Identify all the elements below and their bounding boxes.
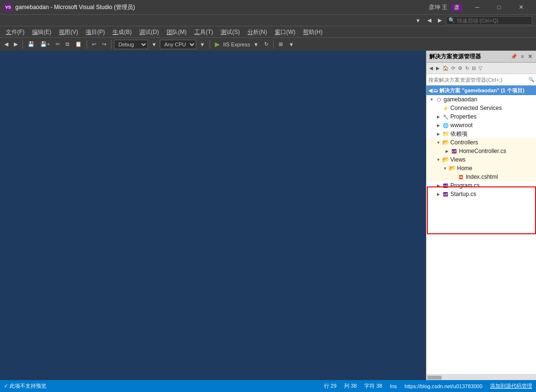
tb-undo[interactable]: ↩: [89, 39, 99, 50]
status-ins: Ins: [390, 383, 397, 389]
tb-fwd[interactable]: ▶: [11, 39, 20, 50]
config-dropdown[interactable]: ▼: [149, 39, 159, 50]
tb-sep4: [210, 40, 210, 49]
tree-item-connected[interactable]: ⚡ Connected Services: [426, 104, 536, 112]
menu-window[interactable]: 窗口(W): [271, 26, 299, 38]
tree-item-index[interactable]: H Index.cshtml: [426, 173, 536, 181]
solution-header-row[interactable]: ◀ 🗂 解决方案 "gamebaodan" (1 个项目): [426, 86, 536, 95]
menu-build[interactable]: 生成(B): [109, 26, 135, 38]
menu-bar: 文件(F) 编辑(E) 视图(V) 项目(P) 生成(B) 调试(D) 团队(M…: [0, 26, 536, 37]
panel-search-bar[interactable]: 🔍: [426, 74, 536, 86]
tb-saveall[interactable]: 💾+: [38, 39, 52, 50]
panel-tb-home[interactable]: 🏠: [442, 65, 449, 71]
status-right: 行 29 列 38 字符 38 Ins https://blog.csdn.ne…: [324, 382, 532, 390]
panel-settings-button[interactable]: ≡: [520, 53, 525, 60]
tree-item-startup[interactable]: ▶ c# Startup.cs: [426, 190, 536, 198]
maximize-button[interactable]: □: [488, 0, 510, 14]
panel-close-button[interactable]: ✕: [527, 53, 533, 60]
tree-item-wwwroot[interactable]: ▶ 🌐 wwwroot: [426, 121, 536, 130]
quick-launch-area: ▼ ◀ ▶ 🔍: [413, 15, 532, 26]
config-select[interactable]: Debug Release: [114, 40, 148, 49]
tree-item-project[interactable]: ▼ ⬡ gamebaodan: [426, 95, 536, 104]
run-button[interactable]: ▶: [212, 39, 222, 50]
tb-extra2[interactable]: ▼: [286, 39, 296, 50]
panel-tb-settings[interactable]: ⚙: [457, 65, 463, 71]
wwwroot-label: wwwroot: [450, 122, 473, 129]
title-bar-user-area: 彦坤 王 彦: [429, 3, 462, 11]
minimize-button[interactable]: ─: [466, 0, 488, 14]
menu-analyze[interactable]: 分析(N): [244, 26, 271, 38]
panel-tb-fwd[interactable]: ▶: [435, 65, 441, 71]
window-title: gamebaodan - Microsoft Visual Studio (管理…: [15, 3, 135, 11]
refresh-button[interactable]: ↻: [262, 39, 271, 50]
panel-pin-button[interactable]: 📌: [510, 53, 518, 60]
platform-select[interactable]: Any CPU: [160, 40, 196, 49]
menu-project[interactable]: 项目(P): [82, 26, 109, 38]
tb-sep1: [22, 40, 23, 49]
tb-redo[interactable]: ↪: [100, 39, 109, 50]
window-controls[interactable]: ─ □ ✕: [466, 0, 532, 14]
tree-item-home[interactable]: ▼ 📂 Home: [426, 164, 536, 173]
panel-tb-back[interactable]: ◀: [428, 65, 434, 71]
panel-tb-filter[interactable]: ▽: [478, 65, 483, 71]
menu-edit[interactable]: 编辑(E): [28, 26, 55, 38]
tree-item-properties[interactable]: ▶ 🔧 Properties: [426, 112, 536, 121]
status-bar: ✓ 此项不支持预览 行 29 列 38 字符 38 Ins https://bl…: [0, 380, 536, 392]
controllers-label: Controllers: [450, 139, 478, 146]
cs-icon-program: c#: [442, 182, 449, 189]
tb-back[interactable]: ◀: [2, 39, 11, 50]
panel-tb-collapse[interactable]: ⊟: [471, 65, 477, 71]
menu-file[interactable]: 文件(F): [2, 26, 28, 38]
tree-item-views[interactable]: ▼ 📂 Views: [426, 155, 536, 164]
quick-search-box[interactable]: 🔍: [446, 16, 532, 25]
arrow-startup: ▶: [435, 192, 442, 196]
tree-item-controllers[interactable]: ▼ 📂 Controllers: [426, 138, 536, 147]
solution-label: 解决方案 "gamebaodan" (1 个项目): [439, 87, 525, 94]
tb-save[interactable]: 💾: [25, 39, 37, 50]
cs-icon-startup: c#: [442, 190, 449, 198]
status-source-control[interactable]: 添加到源代码管理: [490, 382, 532, 390]
status-no-issues: ✓ 此项不支持预览: [4, 382, 46, 390]
quick-search-input[interactable]: [457, 18, 524, 23]
title-bar-left: VS gamebaodan - Microsoft Visual Studio …: [4, 3, 135, 11]
tree-item-dependencies[interactable]: ▶ 📁 依赖项: [426, 130, 536, 138]
tree-item-program[interactable]: ▶ c# Program.cs: [426, 181, 536, 190]
menu-help[interactable]: 帮助(H): [299, 26, 326, 38]
menu-team[interactable]: 团队(M): [163, 26, 190, 38]
menu-debug[interactable]: 调试(D): [135, 26, 163, 38]
run-dropdown[interactable]: ▼: [251, 39, 261, 50]
panel-title: 解决方案资源管理器: [429, 53, 481, 61]
arrow-controllers: ▼: [435, 141, 442, 145]
panel-tb-sync[interactable]: ⟳: [450, 65, 456, 71]
tb-paste[interactable]: 📋: [73, 39, 84, 50]
platform-dropdown[interactable]: ▼: [197, 39, 207, 50]
controllers-icon: 📂: [442, 139, 449, 146]
arrow-project: ▼: [428, 98, 435, 102]
nav-fwd-button[interactable]: ▶: [436, 15, 444, 26]
panel-tb-refresh[interactable]: ↻: [464, 65, 470, 71]
tb-extra[interactable]: ⊞: [276, 39, 285, 50]
tb-sep2: [87, 40, 87, 49]
project-name: gamebaodan: [444, 96, 477, 103]
horizontal-scrollbar[interactable]: [426, 374, 536, 380]
nav-back-button[interactable]: ◀: [425, 15, 434, 26]
filter-button[interactable]: ▼: [413, 15, 423, 26]
tb-cut[interactable]: ✂: [53, 39, 62, 50]
solution-tree: ◀ 🗂 解决方案 "gamebaodan" (1 个项目) ▼ ⬡ gameba…: [426, 86, 536, 374]
scrollbar-thumb[interactable]: [427, 376, 442, 380]
close-button[interactable]: ✕: [510, 0, 532, 14]
tree-item-homecontroller[interactable]: ▶ c# HomeController.cs: [426, 147, 536, 155]
menu-test[interactable]: 测试(S): [217, 26, 244, 38]
home-icon: 📂: [448, 164, 456, 172]
arrow-wwwroot: ▶: [435, 123, 442, 128]
run-label: IIS Express: [223, 42, 250, 47]
status-left: ✓ 此项不支持预览: [4, 382, 46, 390]
arrow-program: ▶: [435, 184, 442, 188]
panel-search-input[interactable]: [428, 77, 526, 83]
menu-tools[interactable]: 工具(T): [190, 26, 217, 38]
menu-view[interactable]: 视图(V): [55, 26, 82, 38]
panel-header: 解决方案资源管理器 📌 ≡ ✕: [426, 51, 536, 63]
tb-copy[interactable]: ⧉: [63, 39, 72, 50]
toolbar: ◀ ▶ 💾 💾+ ✂ ⧉ 📋 ↩ ↪ Debug Release ▼ Any C…: [0, 37, 536, 51]
dependencies-label: 依赖项: [450, 130, 468, 138]
